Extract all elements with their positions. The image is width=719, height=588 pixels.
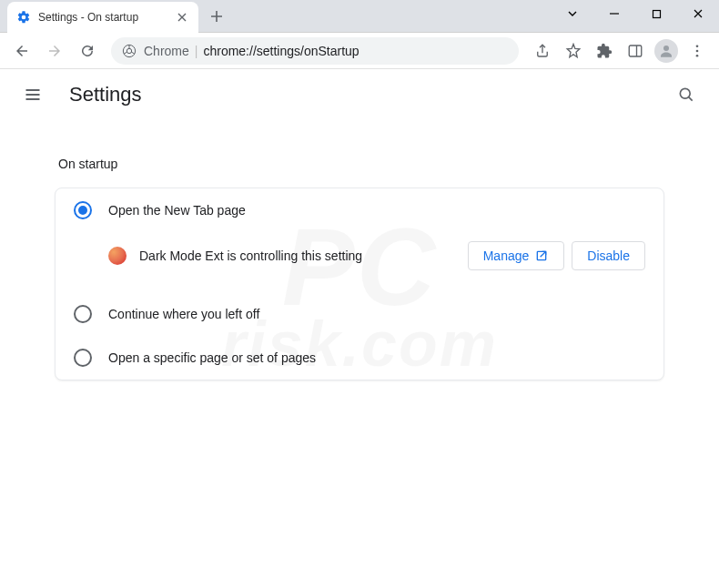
gear-icon [16,10,31,25]
address-origin: Chrome [144,44,189,58]
on-startup-card: Open the New Tab page Dark Mode Ext is c… [55,188,664,380]
minimize-button[interactable] [593,0,635,27]
svg-point-5 [663,46,669,51]
option-label: Continue where you left off [108,307,645,321]
svg-rect-0 [653,10,660,17]
svg-rect-3 [629,46,642,56]
manage-button[interactable]: Manage [468,241,565,270]
page-title: Settings [69,83,650,106]
disable-label: Disable [587,248,630,263]
settings-header: Settings [0,69,719,120]
radio-new-tab[interactable] [74,201,92,219]
section-title: On startup [58,157,664,171]
new-tab-button[interactable] [204,4,229,29]
profile-avatar[interactable] [652,36,681,66]
address-path: chrome://settings/onStartup [203,44,359,58]
disable-button[interactable]: Disable [572,241,645,270]
option-label: Open the New Tab page [108,203,645,218]
extensions-icon[interactable] [590,36,619,66]
tab-title: Settings - On startup [38,11,167,24]
close-window-button[interactable] [677,0,719,27]
close-tab-icon[interactable] [175,10,189,25]
svg-point-6 [696,45,699,47]
radio-specific-pages[interactable] [74,349,92,367]
window-title-bar: Settings - On startup [0,0,719,33]
option-new-tab[interactable]: Open the New Tab page [56,188,663,232]
extension-icon [108,247,127,265]
search-icon[interactable] [668,76,704,113]
svg-line-10 [689,97,693,101]
extension-controlled-row: Dark Mode Ext is controlling this settin… [56,232,663,292]
svg-point-8 [696,54,699,56]
option-label: Open a specific page or set of pages [108,350,645,365]
svg-point-2 [127,48,131,53]
settings-content: On startup Open the New Tab page Dark Mo… [0,120,719,399]
chevron-down-icon[interactable] [552,0,593,27]
manage-label: Manage [483,248,530,263]
back-button[interactable] [7,36,36,66]
reload-button[interactable] [73,36,102,66]
side-panel-icon[interactable] [621,36,650,66]
avatar-icon [654,39,678,63]
browser-tab[interactable]: Settings - On startup [7,2,198,33]
forward-button[interactable] [40,36,69,66]
svg-point-7 [696,49,699,52]
share-icon[interactable] [528,36,557,66]
bookmark-icon[interactable] [559,36,588,66]
browser-toolbar: Chrome | chrome://settings/onStartup [0,33,719,69]
svg-point-9 [680,88,690,98]
hamburger-menu-icon[interactable] [15,76,51,113]
address-bar[interactable]: Chrome | chrome://settings/onStartup [111,37,519,65]
option-specific-pages[interactable]: Open a specific page or set of pages [56,336,663,380]
option-continue[interactable]: Continue where you left off [56,292,663,336]
window-controls [552,0,719,27]
address-text: Chrome | chrome://settings/onStartup [144,44,508,58]
chrome-icon [122,44,137,58]
external-link-icon [534,248,549,263]
maximize-button[interactable] [635,0,677,27]
controlled-text: Dark Mode Ext is controlling this settin… [139,248,455,263]
kebab-menu-icon[interactable] [683,36,712,66]
radio-continue[interactable] [74,305,92,323]
